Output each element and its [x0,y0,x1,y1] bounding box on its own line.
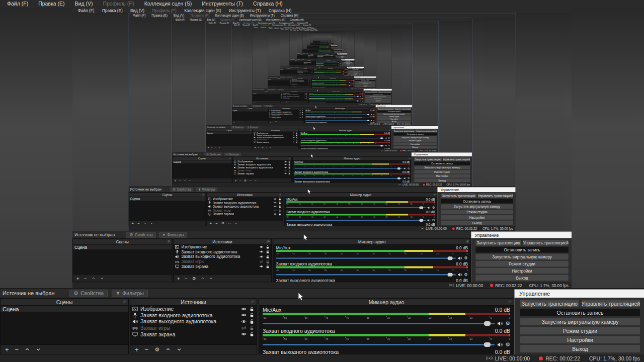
manage-broadcast-button[interactable]: Управлять трансляцией [582,300,640,307]
scene-label: Сцена [290,61,291,61]
recording-dot-icon [452,227,455,230]
source-row-audio-input[interactable]: Захват входного аудиопотока [130,312,257,319]
menu-edit: Правка (E) [188,18,205,22]
menu-scene-collection[interactable]: Коллекция сцен (S) [139,0,197,8]
sources-panel: Источники Изображение Захват входного ау… [310,50,318,53]
stop-recording-button[interactable]: Остановить запись [520,309,640,316]
move-scene-up-button[interactable] [25,347,30,352]
source-row-screen-capture[interactable]: Захват экрана [130,331,257,337]
scenes-panel-header: Сцены [310,43,315,44]
lock-icon[interactable] [249,312,255,318]
lock-icon [301,117,303,118]
lock-icon[interactable] [249,331,255,337]
move-source-up-button[interactable] [166,347,171,352]
controls-window-titlebar[interactable]: Управление [514,289,644,298]
volume-slider-handle [380,145,383,146]
source-row-audio-output[interactable]: Захват выходного аудиопотока [130,318,257,325]
source-row-image[interactable]: Изображение [130,306,257,312]
menu-file[interactable]: Файл (F) [2,0,33,8]
panel-menu-icon [229,157,231,159]
menu-help[interactable]: Справка (H) [248,0,288,8]
studio-mode-button: Режим студии [414,170,470,173]
channel-db-value: 0.0 dB [403,170,410,173]
volume-slider-handle[interactable] [484,321,491,326]
source-row-game-capture[interactable]: Захват игры [130,325,257,331]
start-streaming-button[interactable]: Запустить трансляцию [520,300,579,307]
move-scene-down-button[interactable] [36,347,41,352]
controls-body: Запустить трансляцию Управлять трансляци… [391,129,438,150]
visibility-eye-icon[interactable] [241,319,247,324]
sources-toolbar: + − ⚙ [268,121,303,123]
channel-settings-gear-icon[interactable]: ⚙ [505,321,510,326]
start-virtual-camera-button[interactable]: Запустить виртуальную камеру [520,318,640,325]
menu-file: Файл (F) [173,18,188,22]
audio-level-meter [263,334,510,336]
visibility-eye-off-icon[interactable] [241,325,247,331]
add-scene-button[interactable]: + [5,346,9,353]
lock-icon[interactable] [249,325,255,331]
source-row-game-capture: Захват игры [233,169,292,172]
scene-label: Сцена [297,55,298,55]
visibility-eye-icon [293,134,295,136]
move-scene-up-button [92,277,96,281]
panel-menu-icon[interactable] [122,300,127,304]
visibility-eye-icon[interactable] [241,331,247,337]
volume-slider-handle [420,206,424,209]
volume-slider-handle [448,273,453,276]
remove-source-button: − [185,276,188,281]
volume-slider[interactable] [263,341,495,348]
volume-slider[interactable] [263,320,495,327]
lock-icon [288,166,291,169]
source-label: Захват входного аудиопотока [140,312,238,318]
lock-icon[interactable] [249,306,255,312]
menu-profile[interactable]: Профиль (P) [98,0,139,8]
panel-menu-icon[interactable] [251,300,255,304]
menu-view[interactable]: Вид (V) [70,0,98,8]
scenes-panel: Сцены Сцена + − [72,239,172,283]
volume-slider [286,218,426,222]
volume-slider-handle[interactable] [484,342,491,347]
lock-icon [266,259,270,264]
move-source-down-button[interactable] [177,347,182,352]
studio-mode-button[interactable]: Режим студии [520,327,640,334]
channel-settings-gear-icon[interactable]: ⚙ [505,342,510,347]
preview-area: Файл (F) Правка (E) Вид (V) Профиль (P) … [310,33,334,43]
sources-title: Источники [303,68,307,69]
channel-settings-gear-icon: ⚙ [373,114,375,115]
panel-menu-icon [202,194,205,196]
panel-menu-icon[interactable] [508,300,512,304]
scenes-panel: Сцены Сцена + − [129,193,206,226]
scene-list-item: Сцена [129,197,206,201]
sources-title: Источники [237,193,252,197]
scenes-title: Сцены [56,299,73,305]
preview-area: Файл (F) Правка (E) Вид (V) Профиль (P) … [302,32,342,49]
add-source-button[interactable]: + [135,346,139,353]
filters-button[interactable]: Фильтры [112,290,148,297]
remove-scene-button[interactable]: − [15,346,19,353]
mute-speaker-icon[interactable] [497,342,503,347]
source-properties-gear-icon[interactable]: ⚙ [154,347,159,352]
menu-tools[interactable]: Инструменты (T) [197,0,248,8]
menu-profile: Профиль (P) [148,8,181,14]
visibility-eye-icon [293,132,295,134]
sources-list: Изображение Захват входного аудиопотока … [130,306,257,344]
visibility-eye-icon [304,98,305,99]
exit-button[interactable]: Выход [520,345,640,352]
move-source-down-button [270,147,272,149]
scenes-panel: Сцены Сцена + − [297,54,307,59]
live-status: LIVE: 00:00:00 [421,227,447,230]
settings-button[interactable]: Настройки [520,336,640,343]
volume-slider-handle [339,65,339,65]
visibility-eye-icon[interactable] [241,306,247,312]
filters-label: Фильтры [202,188,215,191]
scene-label: Сцена [232,110,237,111]
lock-icon[interactable] [249,319,255,324]
menu-edit[interactable]: Правка (E) [33,0,69,8]
scene-list-item[interactable]: Сцена [1,306,128,312]
mute-speaker-icon[interactable] [497,321,503,326]
properties-button[interactable]: ⚙ Свойства [69,290,108,297]
scenes-panel: Сцены Сцена + − [0,298,129,354]
remove-source-button[interactable]: − [145,346,149,353]
visibility-eye-icon[interactable] [241,312,247,318]
rec-timer: REC: 00:02:22 [426,183,442,186]
